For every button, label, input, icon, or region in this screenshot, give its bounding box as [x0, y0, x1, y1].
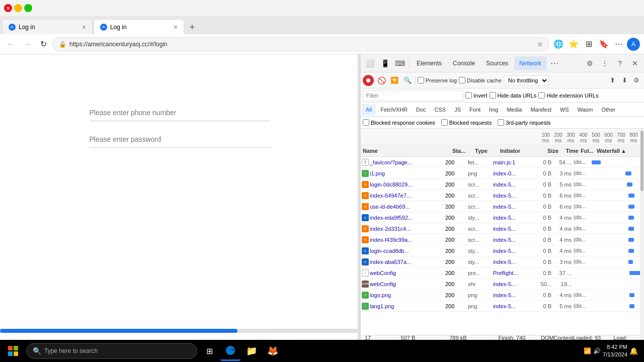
- table-row[interactable]: f _favicon/?page... 200 fet... main.js:1…: [361, 157, 640, 168]
- table-body[interactable]: f _favicon/?page... 200 fet... main.js:1…: [361, 157, 640, 335]
- address-bar[interactable]: 🔒 https://americancenturyaoj.cc/#/login …: [52, 37, 549, 51]
- device-btn[interactable]: 📱: [378, 56, 392, 70]
- translate-btn[interactable]: 🌐: [551, 37, 566, 51]
- download-btn[interactable]: ⬇: [619, 75, 630, 86]
- tab-2[interactable]: A Log in ×: [94, 19, 184, 34]
- col-fulfilled[interactable]: Ful...: [580, 148, 595, 154]
- table-row[interactable]: c index-aba637a... 200 sty... index-5...…: [361, 256, 640, 267]
- taskview-btn[interactable]: ⊞: [199, 341, 219, 361]
- more-tabs-btn[interactable]: ⋯: [547, 56, 561, 70]
- table-row[interactable]: i logo.png 200 png index-5... 0 B 4 ms (…: [361, 290, 640, 301]
- hide-ext-urls-check[interactable]: Hide extension URLs: [538, 92, 598, 99]
- blocked-cookies-check[interactable]: Blocked response cookies: [363, 119, 435, 126]
- forward-button[interactable]: →: [20, 37, 34, 51]
- back-button[interactable]: ←: [4, 37, 18, 51]
- col-status[interactable]: Sta...: [451, 148, 474, 154]
- tab-2-close[interactable]: ×: [174, 23, 178, 31]
- hide-ext-urls-checkbox[interactable]: [538, 92, 545, 99]
- clock[interactable]: 8:42 PM 7/13/2024: [603, 343, 627, 359]
- tab-1[interactable]: A Log in ×: [2, 19, 93, 34]
- upload-btn[interactable]: ⬆: [607, 75, 618, 86]
- win-max-btn[interactable]: [24, 4, 32, 12]
- favorites-btn[interactable]: 🔖: [597, 37, 611, 51]
- password-input[interactable]: [90, 131, 271, 148]
- split-btn[interactable]: ⊞: [582, 37, 596, 51]
- table-row[interactable]: ↑ webConfig 200 pre... Preflight... 0 B …: [361, 267, 640, 279]
- type-btn-ws[interactable]: WS: [556, 104, 573, 115]
- tab-network[interactable]: Network: [514, 56, 546, 70]
- blocked-cookies-checkbox[interactable]: [363, 119, 369, 126]
- collections-btn[interactable]: ⭐: [567, 37, 581, 51]
- gear-icon[interactable]: ⚙: [631, 75, 642, 86]
- table-row[interactable]: s use-id-de4b69... 200 scr... index-5...…: [361, 201, 640, 212]
- resize-handle[interactable]: [358, 54, 360, 362]
- disable-cache-checkbox[interactable]: [459, 77, 465, 83]
- search-btn[interactable]: 🔍: [402, 75, 413, 86]
- col-waterfall[interactable]: Waterfall ▲: [595, 148, 640, 154]
- taskbar-search[interactable]: 🔍 Type here to search: [26, 343, 197, 359]
- close-devtools-btn[interactable]: ✕: [628, 56, 642, 70]
- preserve-log-checkbox[interactable]: [418, 77, 424, 83]
- type-btn-doc[interactable]: Doc: [412, 104, 430, 115]
- throttle-select[interactable]: No throttling: [504, 75, 549, 85]
- col-name[interactable]: Name: [361, 148, 451, 154]
- phone-input[interactable]: [90, 105, 271, 121]
- notification-btn[interactable]: 🔔: [629, 347, 638, 355]
- type-btn-other[interactable]: Other: [597, 104, 619, 115]
- more-options-btn[interactable]: ⋮: [598, 56, 612, 70]
- table-row[interactable]: s index-f439c99a... 200 scr... index-5..…: [361, 234, 640, 245]
- settings-icon-btn[interactable]: ⚙: [583, 56, 597, 70]
- invert-checkbox[interactable]: [465, 92, 472, 99]
- tab-1-close[interactable]: ×: [82, 23, 86, 31]
- profile-btn[interactable]: A: [627, 38, 640, 51]
- invert-check[interactable]: Invert: [465, 92, 488, 99]
- table-row[interactable]: s index-2d331c4... 200 scr... index-5...…: [361, 223, 640, 234]
- volume-icon[interactable]: 🔊: [593, 347, 601, 354]
- filter-icon-btn[interactable]: 🔽: [389, 75, 400, 86]
- table-row[interactable]: c index-eda9f592... 200 sty... index-5..…: [361, 212, 640, 223]
- win-close-btn[interactable]: ✕: [4, 4, 12, 12]
- type-btn-img[interactable]: Img: [485, 104, 502, 115]
- firefox-app[interactable]: 🦊: [263, 341, 283, 361]
- settings-btn[interactable]: ⋯: [612, 37, 626, 51]
- col-size[interactable]: Size: [539, 148, 559, 154]
- table-row[interactable]: c login-ccad8db... 200 sty... index-5...…: [361, 245, 640, 256]
- help-btn[interactable]: ?: [613, 56, 627, 70]
- type-btn-js[interactable]: JS: [450, 104, 465, 115]
- edge-app[interactable]: [220, 341, 240, 361]
- console-tab-btn[interactable]: ⌨: [393, 56, 407, 70]
- third-party-check[interactable]: 3rd-party requests: [498, 119, 550, 126]
- star-icon[interactable]: ☆: [537, 41, 543, 48]
- type-btn-manifest[interactable]: Manifest: [526, 104, 555, 115]
- tab-console[interactable]: Console: [448, 56, 480, 70]
- scrollbar-thumb-dt[interactable]: [640, 131, 643, 191]
- blocked-requests-checkbox[interactable]: [441, 119, 448, 126]
- filter-input[interactable]: [363, 90, 463, 101]
- tab-elements[interactable]: Elements: [412, 56, 447, 70]
- win-min-btn[interactable]: [14, 4, 22, 12]
- clear-btn[interactable]: 🚫: [376, 75, 387, 86]
- table-row[interactable]: XHR webConfig 200 xhr index-5... 50... 1…: [361, 279, 640, 290]
- scrollbar-thumb[interactable]: [0, 329, 237, 333]
- col-initiator[interactable]: Initiator: [499, 148, 539, 154]
- inspect-btn[interactable]: ⬜: [363, 56, 377, 70]
- type-btn-media[interactable]: Media: [503, 104, 526, 115]
- network-icon[interactable]: 📶: [584, 347, 591, 354]
- table-row[interactable]: i lang1.png 200 png index-5... 0 B 5 ms …: [361, 301, 640, 312]
- table-row[interactable]: s index-64947e7... 200 scr... index-5...…: [361, 190, 640, 201]
- table-row[interactable]: s login-0dc88029... 200 scr... index-5..…: [361, 179, 640, 190]
- hide-data-urls-check[interactable]: Hide data URLs: [490, 92, 537, 99]
- record-btn[interactable]: [363, 75, 374, 86]
- col-type[interactable]: Type: [474, 148, 499, 154]
- new-tab-button[interactable]: +: [185, 20, 199, 34]
- hide-data-urls-checkbox[interactable]: [490, 92, 496, 99]
- type-btn-wasm[interactable]: Wasm: [574, 104, 597, 115]
- tab-sources[interactable]: Sources: [481, 56, 513, 70]
- type-btn-all[interactable]: All: [362, 104, 376, 115]
- third-party-checkbox[interactable]: [498, 119, 504, 126]
- disable-cache-check[interactable]: Disable cache: [459, 77, 502, 83]
- preserve-log-check[interactable]: Preserve log: [418, 77, 457, 83]
- type-btn-font[interactable]: Font: [465, 104, 485, 115]
- type-btn-fetch[interactable]: Fetch/XHR: [376, 104, 412, 115]
- start-button[interactable]: [2, 340, 24, 362]
